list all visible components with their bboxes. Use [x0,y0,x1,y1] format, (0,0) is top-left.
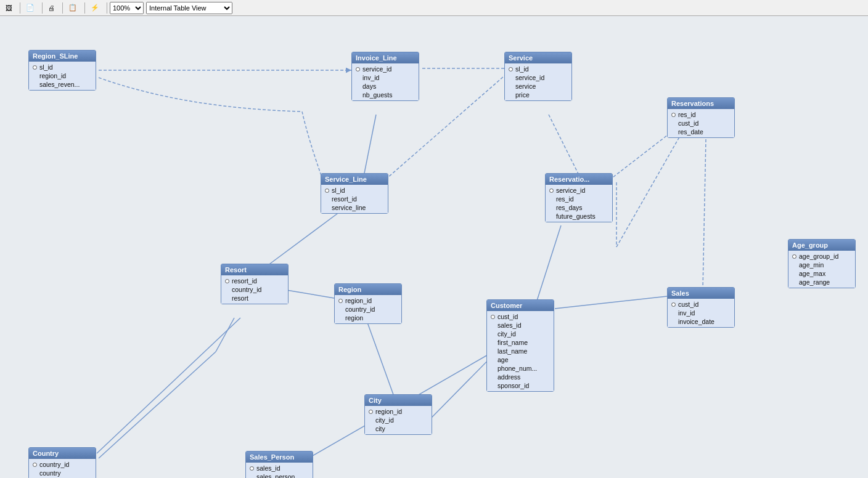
toolbar: 🖼 📄 🖨 📋 ⚡ 100% 75% 150% Internal Table V… [0,0,868,16]
table-resort[interactable]: Resortresort_idcountry_idresort [221,264,289,304]
field-row: country_id [335,305,401,314]
pk-indicator [549,188,554,193]
field-name: future_guests [556,213,596,220]
field-row: future_guests [546,212,612,221]
field-row: res_date [668,128,734,136]
field-row: sales_id [487,321,554,330]
field-name: service_line [332,204,366,211]
field-name: country_id [232,286,261,293]
auto-layout-button[interactable]: ⚡ [88,2,104,13]
field-name: city [375,425,385,432]
field-name: age [497,356,509,363]
field-row: age_max [788,269,855,278]
table-header-country: Country [29,448,96,459]
field-row: sponsor_id [487,381,554,390]
print-button[interactable]: 🖨 [45,3,60,13]
pk-indicator [671,113,676,117]
field-row: res_days [546,203,612,212]
table-fields-invoice-line: service_idinv_iddaysnb_guests [352,63,419,100]
field-name: resort [232,294,248,302]
field-name: res_id [678,111,696,118]
field-name: country [39,469,60,477]
field-row: service_id [505,73,571,82]
field-name: age_min [799,261,824,269]
field-row: country_id [221,285,288,294]
zoom-select[interactable]: 100% 75% 150% [110,2,144,14]
table-country[interactable]: Countrycountry_idcountry [28,447,96,478]
table-fields-region-sline: sl_idregion_idsales_reven... [29,62,96,90]
table-city[interactable]: Cityregion_idcity_idcity [364,394,432,435]
table-fields-region: region_idcountry_idregion [335,295,401,323]
field-name: price [515,91,530,99]
field-name: sponsor_id [497,382,529,389]
separator [42,2,43,14]
field-row: sales_id [246,464,313,472]
field-row: city_id [487,330,554,338]
field-row: age [487,355,554,364]
table-age-group[interactable]: Age_groupage_group_idage_minage_maxage_r… [788,239,856,288]
table-region-sline[interactable]: Region_SLinesl_idregion_idsales_reven... [28,50,96,91]
field-name: res_days [556,204,583,211]
field-name: last_name [497,347,527,355]
copy-image-button[interactable]: 📋 [65,2,82,13]
field-name: sl_id [515,65,529,73]
view-select[interactable]: Internal Table View External Table View [146,2,232,14]
field-name: res_date [678,128,703,136]
table-header-city: City [365,395,432,406]
field-name: cust_id [678,120,698,127]
field-row: service_line [321,203,388,212]
table-sales-person[interactable]: Sales_Personsales_idsales_person [245,451,313,478]
field-name: invoice_date [678,318,714,325]
field-row: region_id [29,71,96,80]
field-name: sales_id [256,464,280,472]
svg-line-12 [703,139,706,290]
table-fields-resort: resort_idcountry_idresort [221,275,288,304]
field-row: country [29,469,96,477]
svg-line-7 [216,318,234,352]
export-structure-button[interactable]: 📄 [23,2,39,13]
export-structure-icon: 📄 [26,4,35,12]
pk-indicator [792,254,796,259]
field-row: res_id [546,195,612,203]
field-row: region_id [335,296,401,305]
field-row: invoice_date [668,317,734,326]
field-row: res_id [668,110,734,119]
field-name: sl_id [39,63,53,71]
field-name: region_id [345,297,372,304]
table-service-line[interactable]: Service_Linesl_idresort_idservice_line [321,173,388,214]
pk-indicator [671,302,676,307]
field-name: age_range [799,278,830,286]
field-name: cust_id [678,301,698,308]
table-fields-sales: cust_idinv_idinvoice_date [668,299,734,327]
pk-indicator [250,466,254,471]
table-service[interactable]: Servicesl_idservice_idserviceprice [504,52,572,101]
field-name: country_id [39,461,69,468]
separator [62,2,63,14]
field-name: sales_reven... [39,81,80,88]
field-name: cust_id [497,313,518,320]
table-header-service: Service [505,52,571,63]
pk-indicator [356,67,360,71]
field-row: resort_id [321,195,388,203]
field-name: res_id [556,195,574,203]
field-row: sales_person [246,472,313,478]
field-row: sl_id [505,65,571,73]
svg-line-11 [555,296,667,309]
table-header-resort: Resort [221,264,288,275]
pk-indicator [369,410,373,414]
field-row: sl_id [321,186,388,195]
table-reservations[interactable]: Reservationsres_idcust_idres_date [667,97,735,138]
table-header-invoice-line: Invoice_Line [352,52,419,63]
field-name: resort_id [232,277,257,285]
field-row: service [505,82,571,91]
export-image-button[interactable]: 🖼 [2,3,17,13]
pk-indicator [33,463,37,467]
table-fields-sales-person: sales_idsales_person [246,463,313,478]
field-name: phone_num... [497,365,537,372]
table-region[interactable]: Regionregion_idcountry_idregion [334,283,402,324]
table-customer[interactable]: Customercust_idsales_idcity_idfirst_name… [486,299,554,392]
canvas: Region_SLinesl_idregion_idsales_reven...… [0,16,868,478]
table-reservatio-detail[interactable]: Reservatio...service_idres_idres_daysfut… [545,173,613,222]
table-invoice-line[interactable]: Invoice_Lineservice_idinv_iddaysnb_guest… [351,52,419,101]
table-sales[interactable]: Salescust_idinv_idinvoice_date [667,287,735,328]
